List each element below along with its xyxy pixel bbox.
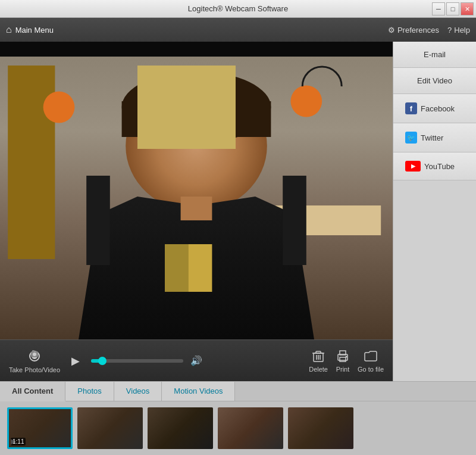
delete-button[interactable]: Delete bbox=[309, 348, 328, 373]
edit-video-label: Edit Video bbox=[417, 76, 452, 85]
thumbnail-4[interactable] bbox=[218, 407, 283, 449]
help-button[interactable]: ? Help bbox=[447, 26, 470, 35]
thumbnail-3[interactable] bbox=[148, 407, 213, 449]
email-button[interactable]: E-mail bbox=[393, 42, 476, 68]
close-button[interactable]: ✕ bbox=[461, 2, 474, 15]
progress-bar[interactable] bbox=[91, 359, 183, 363]
twitter-icon: 🐦 bbox=[405, 132, 417, 144]
youtube-button[interactable]: ▶ YouTube bbox=[393, 152, 476, 180]
tab-motion-videos[interactable]: Motion Videos bbox=[162, 382, 235, 401]
minimize-button[interactable]: ─ bbox=[432, 2, 445, 15]
twitter-label: Twitter bbox=[421, 133, 443, 142]
restore-button[interactable]: □ bbox=[446, 2, 459, 15]
delete-label: Delete bbox=[309, 366, 328, 373]
youtube-label: YouTube bbox=[424, 162, 455, 171]
tab-all-content[interactable]: All Content bbox=[0, 382, 65, 401]
home-icon: ⌂ bbox=[6, 24, 12, 35]
go-to-file-button[interactable]: Go to file bbox=[358, 348, 384, 373]
sidebar: E-mail Edit Video f Facebook 🐦 Twitter ▶… bbox=[393, 42, 476, 381]
titlebar: Logitech® Webcam Software ─ □ ✕ bbox=[0, 0, 476, 18]
tab-photos[interactable]: Photos bbox=[65, 382, 114, 401]
window-controls: ─ □ ✕ bbox=[432, 2, 474, 15]
thumb-inner-4 bbox=[218, 407, 283, 449]
main-content: Take Photo/Video ▶ 🔊 bbox=[0, 42, 476, 381]
thumb-duration-1: 1:11 bbox=[11, 438, 26, 445]
play-button[interactable]: ▶ bbox=[67, 353, 84, 369]
help-label: Help bbox=[454, 26, 470, 35]
camera-icon bbox=[26, 348, 43, 364]
video-area: Take Photo/Video ▶ 🔊 bbox=[0, 42, 393, 381]
video-display bbox=[0, 42, 393, 339]
email-label: E-mail bbox=[424, 50, 446, 59]
twitter-button[interactable]: 🐦 Twitter bbox=[393, 123, 476, 152]
go-to-file-label: Go to file bbox=[358, 366, 384, 373]
app-title: Logitech® Webcam Software bbox=[188, 4, 288, 13]
svg-rect-13 bbox=[340, 357, 346, 361]
edit-video-button[interactable]: Edit Video bbox=[393, 68, 476, 94]
main-menu-label: Main Menu bbox=[15, 26, 54, 35]
tab-videos[interactable]: Videos bbox=[114, 382, 162, 401]
facebook-label: Facebook bbox=[421, 104, 455, 113]
tab-motion-videos-label: Motion Videos bbox=[174, 387, 223, 395]
thumb-inner-5 bbox=[288, 407, 353, 449]
folder-icon bbox=[363, 348, 378, 364]
facebook-icon: f bbox=[405, 102, 417, 114]
thumbnail-1[interactable]: ▶ 1:11 bbox=[7, 407, 73, 449]
print-label: Print bbox=[336, 366, 350, 373]
volume-button[interactable]: 🔊 bbox=[190, 355, 202, 366]
print-button[interactable]: Print bbox=[335, 348, 350, 373]
bottom-area: All Content Photos Videos Motion Videos … bbox=[0, 381, 476, 455]
preferences-label: Preferences bbox=[397, 26, 439, 35]
thumb-inner-2 bbox=[77, 407, 143, 449]
content-tabs: All Content Photos Videos Motion Videos bbox=[0, 382, 476, 401]
svg-rect-7 bbox=[316, 351, 321, 353]
delete-icon bbox=[311, 348, 326, 364]
gear-icon: ⚙ bbox=[388, 26, 395, 35]
main-menu-button[interactable]: ⌂ Main Menu bbox=[6, 24, 54, 35]
app-body: ⌂ Main Menu ⚙ Preferences ? Help bbox=[0, 18, 476, 455]
svg-point-14 bbox=[345, 356, 347, 358]
print-icon bbox=[335, 348, 350, 364]
youtube-icon: ▶ bbox=[405, 161, 421, 172]
controls-bar: Take Photo/Video ▶ 🔊 bbox=[0, 339, 393, 381]
thumb-inner-3 bbox=[148, 407, 213, 449]
svg-rect-4 bbox=[32, 350, 35, 352]
video-canvas bbox=[0, 42, 393, 339]
preferences-button[interactable]: ⚙ Preferences bbox=[388, 26, 439, 35]
take-photo-label: Take Photo/Video bbox=[9, 366, 60, 373]
tab-photos-label: Photos bbox=[77, 387, 101, 395]
tab-videos-label: Videos bbox=[126, 387, 150, 395]
navbar: ⌂ Main Menu ⚙ Preferences ? Help bbox=[0, 18, 476, 42]
tab-all-content-label: All Content bbox=[12, 387, 53, 395]
facebook-button[interactable]: f Facebook bbox=[393, 94, 476, 123]
svg-point-3 bbox=[33, 353, 36, 356]
thumbnail-5[interactable] bbox=[288, 407, 353, 449]
progress-thumb bbox=[98, 357, 107, 365]
thumbnail-2[interactable] bbox=[77, 407, 143, 449]
question-icon: ? bbox=[447, 26, 452, 35]
nav-right: ⚙ Preferences ? Help bbox=[388, 26, 470, 35]
thumbnails: ▶ 1:11 bbox=[0, 401, 476, 455]
take-photo-video-button[interactable]: Take Photo/Video bbox=[9, 348, 60, 373]
